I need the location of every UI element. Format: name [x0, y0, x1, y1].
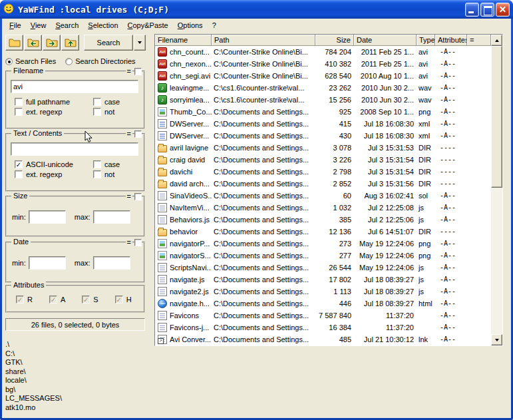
table-row[interactable]: Favicons-j...C:\Documents and Settings..…	[155, 321, 491, 333]
search-button[interactable]: Search	[84, 35, 133, 51]
checkbox-icon[interactable]	[93, 160, 101, 168]
smiley-app-icon[interactable]	[3, 3, 14, 15]
column-header[interactable]: Type	[417, 35, 435, 46]
checkbox-icon[interactable]	[93, 108, 101, 116]
table-row[interactable]: NavItemVi...C:\Documents and Settings...…	[155, 202, 491, 214]
checkbox-gray-icon[interactable]	[115, 296, 123, 304]
menu-item[interactable]: Copy&Paste	[123, 20, 173, 31]
text-contents-input[interactable]	[11, 142, 138, 156]
table-row[interactable]: Thumb_Co...C:\Documents and Settings...9…	[155, 106, 491, 118]
table-row[interactable]: david arch...C:\Documents and Settings..…	[155, 178, 491, 190]
date-max-input[interactable]	[93, 256, 130, 270]
text-not-checkbox[interactable]: not	[93, 170, 144, 178]
checkbox-gray-icon[interactable]	[49, 296, 57, 304]
table-row[interactable]: sorryimlea...C:\cs1.6\counter-strike\val…	[155, 94, 491, 106]
column-header[interactable]: Attributes	[435, 35, 467, 46]
table-row[interactable]: navigate.jsC:\Documents and Settings...1…	[155, 274, 491, 286]
menu-item[interactable]: View	[26, 20, 51, 31]
table-row[interactable]: Avi Conver...C:\Documents and Settings..…	[155, 333, 491, 345]
search-directories-radio[interactable]: Search Directories	[65, 57, 135, 65]
file-eq	[467, 106, 491, 118]
table-row[interactable]: davichiC:\Documents and Settings...2 798…	[155, 166, 491, 178]
table-row[interactable]: FaviconsC:\Documents and Settings...7 58…	[155, 310, 491, 321]
size-min-input[interactable]	[29, 210, 66, 224]
checkbox-checked-icon[interactable]	[15, 160, 23, 168]
text-case-checkbox[interactable]: case	[93, 160, 144, 168]
table-row[interactable]: SinaVideoS...C:\Documents and Settings..…	[155, 190, 491, 202]
filename-not-checkbox[interactable]: not	[93, 108, 144, 116]
table-row[interactable]: behaviorC:\Documents and Settings...12 1…	[155, 226, 491, 238]
checkbox-gray-icon[interactable]	[82, 296, 90, 304]
attribute-checkbox[interactable]: R	[16, 296, 33, 304]
scroll-down-button[interactable]	[491, 334, 502, 345]
column-header[interactable]: Path	[212, 35, 315, 46]
size-max-input[interactable]	[93, 210, 130, 224]
file-type: sol	[417, 190, 435, 202]
checkbox-icon[interactable]	[15, 170, 23, 178]
table-row[interactable]: leavingme...C:\cs1.6\counter-strike\val.…	[155, 82, 491, 94]
radio-selected-icon[interactable]	[5, 58, 13, 65]
menu-item[interactable]: Search	[51, 20, 83, 31]
maximize-button[interactable]	[480, 3, 494, 17]
checkbox-icon[interactable]	[93, 170, 101, 178]
search-files-radio[interactable]: Search Files	[5, 57, 56, 65]
menu-item[interactable]: Selection	[83, 20, 122, 31]
scrollbar-thumb[interactable]	[491, 46, 502, 188]
radio-icon[interactable]	[65, 58, 73, 65]
table-row[interactable]: navigatorP...C:\Documents and Settings..…	[155, 238, 491, 250]
text-match-mode-checkbox[interactable]	[134, 130, 142, 138]
date-match-mode-checkbox[interactable]	[134, 239, 142, 246]
attribute-checkbox[interactable]: H	[115, 296, 132, 304]
filename-ext-regexp-checkbox[interactable]: ext. regexp	[15, 108, 93, 116]
table-row[interactable]: DWServer...C:\Documents and Settings...4…	[155, 130, 491, 142]
date-min-label: min:	[12, 259, 26, 267]
folder-button[interactable]	[5, 35, 23, 51]
filename-input[interactable]	[11, 80, 138, 93]
vertical-scrollbar[interactable]	[491, 35, 502, 345]
file-path: C:\Documents and Settings...	[212, 298, 315, 310]
size-match-mode-checkbox[interactable]	[134, 193, 142, 200]
table-row[interactable]: DWServer...C:\Documents and Settings...4…	[155, 118, 491, 130]
titlebar[interactable]: YaWFind :local drives (C;D;F)	[0, 0, 513, 19]
file-name: navigatorP...	[170, 238, 210, 250]
table-row[interactable]: navigate2.jsC:\Documents and Settings...…	[155, 286, 491, 298]
checkbox-icon[interactable]	[15, 108, 23, 116]
file-path: C:\Counter-Strike Online\Bi...	[212, 70, 315, 82]
table-row[interactable]: avril lavigneC:\Documents and Settings..…	[155, 142, 491, 154]
close-button[interactable]	[496, 3, 510, 17]
column-header[interactable]: =	[467, 35, 491, 46]
full-pathname-checkbox[interactable]: full pathname	[15, 98, 93, 106]
minimize-button[interactable]	[465, 3, 479, 17]
table-row[interactable]: chn_count...C:\Counter-Strike Online\Bi.…	[155, 46, 491, 58]
checkbox-gray-icon[interactable]	[16, 296, 24, 304]
checkbox-icon[interactable]	[15, 98, 23, 106]
table-row[interactable]: ScriptsNavi...C:\Documents and Settings.…	[155, 262, 491, 274]
filename-match-mode-checkbox[interactable]	[134, 68, 142, 75]
file-name: navigatorS...	[170, 250, 211, 262]
column-header[interactable]: Size	[315, 35, 354, 46]
table-row[interactable]: navigatorS...C:\Documents and Settings..…	[155, 250, 491, 262]
up-folder-button[interactable]	[61, 35, 79, 51]
forward-folder-button[interactable]	[43, 35, 61, 51]
table-row[interactable]: navigate.h...C:\Documents and Settings..…	[155, 298, 491, 310]
attribute-checkbox[interactable]: A	[49, 296, 65, 304]
menu-item[interactable]: ?	[208, 20, 221, 31]
text-ext-regexp-checkbox[interactable]: ext. regexp	[15, 170, 93, 178]
date-min-input[interactable]	[29, 256, 66, 270]
table-row[interactable]: craig davidC:\Documents and Settings...3…	[155, 154, 491, 166]
table-row[interactable]: chn_segi.aviC:\Counter-Strike Online\Bi.…	[155, 70, 491, 82]
filename-case-checkbox[interactable]: case	[93, 98, 144, 106]
menu-item[interactable]: Options	[173, 20, 208, 31]
table-row[interactable]: chn_nexon...C:\Counter-Strike Online\Bi.…	[155, 58, 491, 70]
attribute-checkbox[interactable]: S	[82, 296, 98, 304]
column-header[interactable]: Date	[354, 35, 417, 46]
column-header[interactable]: Filename	[155, 35, 212, 46]
menu-item[interactable]: File	[5, 20, 26, 31]
checkbox-icon[interactable]	[93, 98, 101, 106]
ascii-unicode-checkbox[interactable]: ASCII-unicode	[15, 160, 93, 168]
table-row[interactable]: Behaviors.jsC:\Documents and Settings...…	[155, 214, 491, 226]
file-eq	[467, 226, 491, 238]
back-folder-button[interactable]	[24, 35, 42, 51]
scroll-up-button[interactable]	[491, 35, 502, 46]
search-dropdown-button[interactable]	[134, 35, 146, 51]
